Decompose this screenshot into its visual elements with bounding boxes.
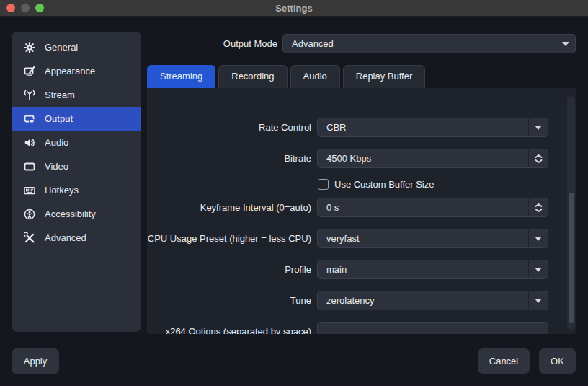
keyframe-interval-spinner[interactable]: 0 s [317, 198, 548, 217]
tab-replay-buffer[interactable]: Replay Buffer [343, 65, 426, 88]
sidebar-item-label: Appearance [45, 66, 95, 76]
sidebar-item-audio[interactable]: Audio [12, 131, 141, 154]
output-tabs: Streaming Recording Audio Replay Buffer [147, 65, 425, 88]
tune-select[interactable]: zerolatency [317, 291, 548, 310]
window-title: Settings [0, 0, 588, 17]
spinner-buttons[interactable] [528, 198, 548, 216]
keyframe-interval-row: Keyframe Interval (0=auto) 0 s [147, 198, 576, 217]
advanced-icon [24, 232, 35, 244]
titlebar: Settings [0, 0, 588, 17]
output-mode-label: Output Mode [177, 34, 277, 53]
cpu-usage-preset-row: CPU Usage Preset (higher = less CPU) ver… [147, 229, 576, 248]
chevron-up-icon [535, 203, 543, 207]
chevron-down-icon [528, 118, 548, 136]
sidebar-item-output[interactable]: Output [12, 107, 141, 131]
sidebar-item-label: Advanced [45, 232, 86, 243]
use-custom-buffer-row: Use Custom Buffer Size [318, 177, 434, 190]
hotkeys-icon [24, 185, 35, 196]
accessibility-icon [24, 209, 35, 220]
sidebar-item-video[interactable]: Video [12, 154, 141, 178]
audio-icon [24, 137, 35, 149]
bitrate-label: Bitrate [147, 149, 311, 168]
ok-button[interactable]: OK [539, 348, 576, 374]
cpu-usage-preset-select[interactable]: veryfast [317, 229, 548, 248]
sidebar-item-appearance[interactable]: Appearance [12, 59, 141, 83]
sidebar-item-label: Accessibility [45, 209, 96, 219]
chevron-down-icon [556, 35, 575, 53]
sidebar-item-general[interactable]: General [12, 35, 141, 59]
chevron-down-icon [528, 291, 548, 310]
output-mode-select[interactable]: Advanced [282, 34, 576, 53]
chevron-down-icon [535, 209, 543, 212]
sidebar-item-label: Output [45, 113, 73, 124]
rate-control-row: Rate Control CBR [147, 118, 576, 137]
chevron-up-icon [535, 154, 543, 158]
chevron-down-icon [535, 159, 543, 163]
profile-row: Profile main [147, 260, 576, 279]
tune-label: Tune [147, 291, 311, 310]
rate-control-select[interactable]: CBR [317, 118, 548, 137]
scrollbar-track[interactable] [567, 96, 575, 330]
output-mode-value: Advanced [283, 38, 556, 49]
sidebar-item-label: Video [45, 161, 68, 172]
cancel-button[interactable]: Cancel [478, 348, 530, 374]
sidebar-item-advanced[interactable]: Advanced [12, 226, 141, 250]
apply-button[interactable]: Apply [12, 348, 59, 374]
tab-recording[interactable]: Recording [218, 65, 287, 88]
tab-streaming[interactable]: Streaming [147, 65, 215, 88]
sidebar-item-hotkeys[interactable]: Hotkeys [12, 178, 141, 202]
spinner-buttons[interactable] [528, 149, 548, 167]
tab-audio[interactable]: Audio [290, 65, 340, 88]
chevron-down-icon [528, 229, 548, 247]
appearance-icon [24, 66, 35, 77]
video-icon [24, 161, 35, 172]
use-custom-buffer-checkbox[interactable] [318, 179, 329, 190]
sidebar-item-label: Stream [45, 89, 75, 100]
bitrate-row: Bitrate 4500 Kbps [147, 149, 576, 168]
gear-icon [24, 42, 35, 53]
tune-row: Tune zerolatency [147, 291, 576, 310]
x264-options-label: x264 Options (separated by space) [147, 322, 311, 334]
keyframe-interval-label: Keyframe Interval (0=auto) [147, 198, 311, 217]
sidebar-item-label: Audio [45, 137, 68, 148]
sidebar-item-stream[interactable]: Stream [12, 83, 141, 107]
sidebar-item-accessibility[interactable]: Accessibility [12, 202, 141, 226]
rate-control-label: Rate Control [147, 118, 311, 137]
scrollbar-thumb[interactable] [569, 193, 574, 323]
profile-label: Profile [147, 260, 311, 279]
sidebar-item-label: General [45, 42, 78, 53]
stream-icon [24, 89, 35, 101]
output-icon [24, 113, 35, 125]
use-custom-buffer-label: Use Custom Buffer Size [334, 179, 434, 190]
settings-sidebar: General Appearance Stream Output [12, 32, 141, 332]
bitrate-spinner[interactable]: 4500 Kbps [317, 149, 548, 168]
x264-options-row: x264 Options (separated by space) [147, 322, 576, 334]
sidebar-item-label: Hotkeys [45, 185, 79, 196]
streaming-settings-pane: Rate Control CBR Bitrate 4500 Kbps Use C… [147, 88, 576, 334]
profile-select[interactable]: main [317, 260, 548, 279]
cpu-usage-preset-label: CPU Usage Preset (higher = less CPU) [147, 229, 311, 248]
chevron-down-icon [528, 260, 548, 278]
x264-options-input[interactable] [317, 322, 548, 334]
